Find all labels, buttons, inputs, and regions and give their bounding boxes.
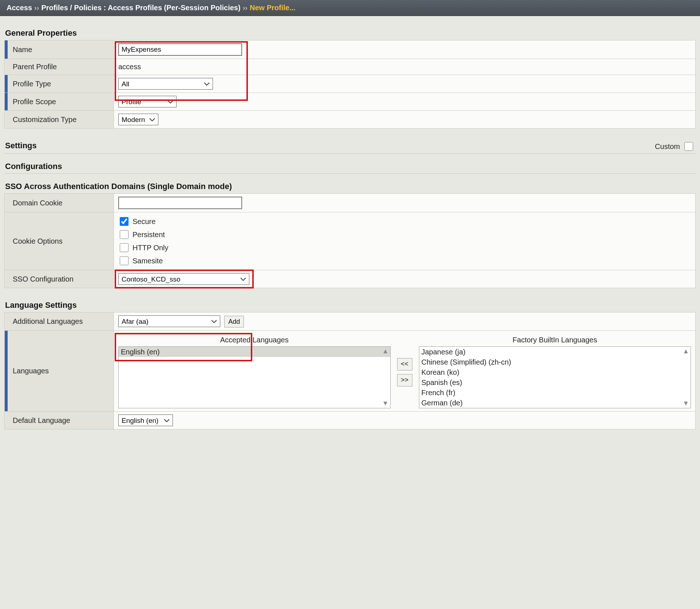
label-languages: Languages bbox=[5, 331, 114, 412]
breadcrumb: Access ›› Profiles / Policies : Access P… bbox=[0, 0, 700, 16]
default-language-select[interactable]: English (en) bbox=[118, 414, 173, 426]
label-parent-profile: Parent Profile bbox=[5, 59, 114, 75]
httponly-checkbox[interactable] bbox=[120, 243, 128, 252]
label-customization-type: Customization Type bbox=[5, 111, 114, 129]
name-input[interactable] bbox=[118, 43, 242, 56]
section-title-general: General Properties bbox=[5, 28, 696, 38]
profile-scope-select[interactable]: Profile bbox=[118, 96, 177, 107]
sso-table: Domain Cookie Cookie Options Secure Pers… bbox=[4, 193, 696, 288]
section-title-settings: Settings bbox=[5, 141, 37, 150]
add-language-button[interactable]: Add bbox=[224, 316, 244, 327]
builtin-languages-column: Factory BuiltIn Languages Japanese (ja) … bbox=[419, 336, 691, 408]
accepted-languages-header: Accepted Languages bbox=[118, 336, 391, 344]
general-properties-table: Name Parent Profile access Profile Type bbox=[4, 40, 696, 129]
language-table: Additional Languages Afar (aa) Add Langu… bbox=[4, 312, 696, 429]
breadcrumb-sep: ›› bbox=[34, 4, 39, 12]
scroll-down-icon[interactable]: ▼ bbox=[683, 400, 689, 407]
list-item[interactable]: Spanish (es) bbox=[419, 377, 691, 388]
accepted-languages-listbox[interactable]: English (en) ▲ ▼ bbox=[118, 346, 391, 408]
list-item[interactable]: Chinese (Simplified) (zh-cn) bbox=[419, 357, 691, 367]
move-right-button[interactable]: >> bbox=[397, 374, 412, 386]
scroll-down-icon[interactable]: ▼ bbox=[382, 400, 389, 407]
sso-configuration-select[interactable]: Contoso_KCD_sso bbox=[118, 273, 249, 285]
label-default-language: Default Language bbox=[5, 412, 114, 429]
secure-checkbox[interactable] bbox=[120, 217, 128, 226]
httponly-label: HTTP Only bbox=[133, 244, 169, 252]
label-profile-type: Profile Type bbox=[5, 75, 114, 93]
label-additional-languages: Additional Languages bbox=[5, 313, 114, 331]
samesite-checkbox[interactable] bbox=[120, 256, 128, 265]
list-item[interactable]: German (de) bbox=[419, 398, 691, 408]
language-move-buttons: << >> bbox=[397, 336, 412, 408]
additional-languages-select[interactable]: Afar (aa) bbox=[118, 315, 220, 327]
move-left-button[interactable]: << bbox=[397, 358, 412, 370]
persistent-label: Persistent bbox=[133, 231, 165, 239]
label-sso-configuration: SSO Configuration bbox=[5, 270, 114, 288]
cookie-option-samesite[interactable]: Samesite bbox=[118, 255, 691, 267]
scroll-up-icon[interactable]: ▲ bbox=[683, 347, 689, 355]
builtin-languages-header: Factory BuiltIn Languages bbox=[513, 336, 597, 344]
customization-type-select[interactable]: Modern bbox=[118, 114, 158, 125]
cookie-option-secure[interactable]: Secure bbox=[118, 215, 691, 228]
secure-label: Secure bbox=[133, 217, 155, 226]
builtin-languages-listbox[interactable]: Japanese (ja) Chinese (Simplified) (zh-c… bbox=[419, 346, 691, 408]
profile-type-select[interactable]: All bbox=[118, 78, 213, 90]
section-title-language: Language Settings bbox=[5, 300, 696, 310]
list-item[interactable]: English (en) bbox=[119, 347, 390, 357]
parent-profile-value: access bbox=[118, 63, 141, 71]
list-item[interactable]: Korean (ko) bbox=[419, 367, 691, 377]
breadcrumb-root[interactable]: Access bbox=[7, 4, 32, 12]
breadcrumb-current: New Profile... bbox=[250, 4, 296, 12]
label-domain-cookie: Domain Cookie bbox=[5, 194, 114, 212]
custom-label-text: Custom bbox=[655, 142, 680, 151]
custom-checkbox[interactable] bbox=[684, 142, 693, 151]
persistent-checkbox[interactable] bbox=[120, 230, 128, 239]
section-title-sso: SSO Across Authentication Domains (Singl… bbox=[5, 182, 696, 191]
label-profile-scope: Profile Scope bbox=[5, 93, 114, 111]
samesite-label: Samesite bbox=[133, 257, 163, 265]
list-item[interactable]: French (fr) bbox=[419, 388, 691, 398]
breadcrumb-path[interactable]: Profiles / Policies : Access Profiles (P… bbox=[41, 4, 240, 12]
cookie-option-httponly[interactable]: HTTP Only bbox=[118, 241, 691, 254]
breadcrumb-sep: ›› bbox=[243, 4, 248, 12]
section-title-configurations: Configurations bbox=[5, 162, 696, 174]
list-item[interactable]: Japanese (ja) bbox=[419, 347, 691, 357]
accepted-languages-column: Accepted Languages English (en) ▲ ▼ bbox=[118, 336, 391, 408]
label-name: Name bbox=[5, 40, 114, 59]
cookie-option-persistent[interactable]: Persistent bbox=[118, 228, 691, 241]
custom-checkbox-label[interactable]: Custom bbox=[655, 141, 694, 152]
scroll-up-icon[interactable]: ▲ bbox=[382, 347, 389, 355]
label-cookie-options: Cookie Options bbox=[5, 212, 114, 270]
domain-cookie-input[interactable] bbox=[118, 197, 242, 209]
